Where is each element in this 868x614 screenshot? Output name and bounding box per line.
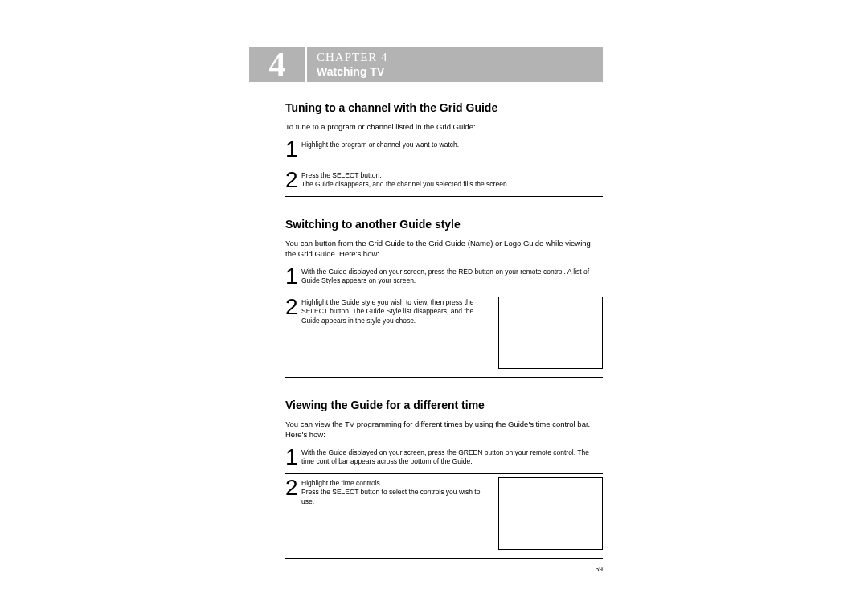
- step-1: 1 Highlight the program or channel you w…: [285, 139, 603, 166]
- step-text: Highlight the time controls. Press the S…: [301, 477, 490, 506]
- step-2: 2 Highlight the time controls. Press the…: [285, 477, 490, 510]
- chapter-header: 4 CHAPTER 4 Watching TV: [249, 47, 603, 82]
- step-2: 2 Press the SELECT button. The Guide dis…: [285, 170, 603, 197]
- step-number: 1: [285, 266, 301, 286]
- section-intro: To tune to a program or channel listed i…: [285, 122, 603, 133]
- step-number: 1: [285, 139, 301, 159]
- section-heading: Switching to another Guide style: [285, 218, 603, 231]
- step-2: 2 Highlight the Guide style you wish to …: [285, 297, 490, 329]
- section-different-time: Viewing the Guide for a different time Y…: [285, 399, 603, 559]
- chapter-label: CHAPTER 4: [317, 51, 593, 64]
- step-text: With the Guide displayed on your screen,…: [301, 266, 603, 286]
- section-intro: You can view the TV programming for diff…: [285, 420, 603, 440]
- section-intro: You can button from the Grid Guide to th…: [285, 239, 603, 260]
- chapter-number: 4: [269, 45, 286, 84]
- step-text: Highlight the Guide style you wish to vi…: [301, 297, 490, 325]
- manual-page: 4 CHAPTER 4 Watching TV Tuning to a chan…: [249, 47, 603, 562]
- image-placeholder: [498, 477, 603, 550]
- step-number: 2: [285, 477, 301, 497]
- section-tuning: Tuning to a channel with the Grid Guide …: [285, 101, 603, 197]
- page-number: 59: [285, 565, 603, 573]
- step-text: With the Guide displayed on your screen,…: [301, 447, 603, 467]
- step-1: 1 With the Guide displayed on your scree…: [285, 447, 603, 474]
- step-number: 1: [285, 447, 301, 467]
- step-text: Highlight the program or channel you wan…: [301, 139, 603, 149]
- chapter-number-box: 4: [249, 47, 305, 82]
- step-number: 2: [285, 170, 301, 190]
- step-1: 1 With the Guide displayed on your scree…: [285, 266, 603, 293]
- chapter-subtitle: Watching TV: [317, 65, 593, 78]
- section-heading: Tuning to a channel with the Grid Guide: [285, 101, 603, 114]
- section-heading: Viewing the Guide for a different time: [285, 399, 603, 411]
- step-text: Press the SELECT button. The Guide disap…: [301, 170, 603, 190]
- step-2-row: 2 Highlight the Guide style you wish to …: [285, 297, 603, 378]
- section-switching-style: Switching to another Guide style You can…: [285, 218, 603, 378]
- step-2-row: 2 Highlight the time controls. Press the…: [285, 477, 603, 559]
- image-placeholder: [498, 297, 603, 369]
- step-number: 2: [285, 297, 301, 317]
- chapter-title-box: CHAPTER 4 Watching TV: [307, 47, 603, 82]
